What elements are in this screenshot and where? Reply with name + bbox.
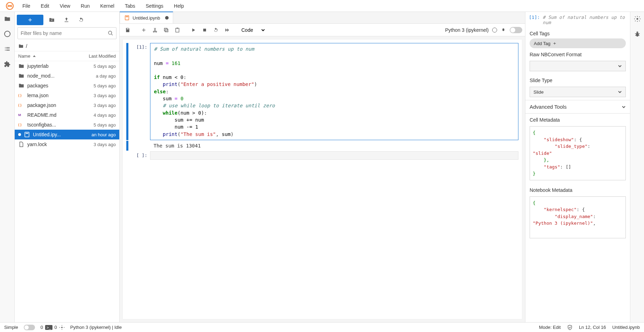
restart-button[interactable] [211, 25, 221, 35]
svg-point-18 [61, 327, 63, 328]
restart-run-all-button[interactable] [222, 25, 232, 35]
debugger-panel-icon[interactable] [634, 31, 641, 38]
raw-format-select[interactable] [530, 61, 626, 71]
property-inspector-icon[interactable] [634, 15, 641, 22]
tab-notebook[interactable]: Untitled.ipynb [120, 12, 173, 23]
run-button[interactable] [188, 25, 199, 35]
file-row-folder[interactable]: node_mod...a day ago [15, 71, 119, 81]
menu-tabs[interactable]: Tabs [120, 1, 140, 11]
menu-kernel[interactable]: Kernel [95, 1, 119, 11]
menu-run[interactable]: Run [76, 1, 95, 11]
slide-type-select[interactable]: Slide [530, 87, 626, 97]
svg-rect-6 [26, 133, 28, 134]
new-folder-icon[interactable] [49, 17, 55, 23]
file-row-file[interactable]: yarn.lock3 days ago [15, 139, 119, 149]
advanced-tools-header[interactable]: Advanced Tools [525, 100, 630, 114]
file-row-md[interactable]: MREADME.md4 days ago [15, 110, 119, 120]
breadcrumb[interactable]: / [15, 41, 119, 51]
file-row-folder[interactable]: jupyterlab5 days ago [15, 61, 119, 71]
menu-edit[interactable]: Edit [36, 1, 54, 11]
running-tab-icon[interactable] [4, 31, 10, 37]
file-row-json[interactable]: { }tsconfigbas...5 days ago [15, 120, 119, 130]
empty-code-cell[interactable]: [ ]: [126, 151, 518, 160]
dirty-indicator-icon [18, 133, 21, 136]
raw-format-label: Raw NBConvert Format [525, 48, 630, 59]
cell-type-select[interactable]: Code [238, 26, 266, 35]
json-icon: { } [18, 92, 24, 99]
kernel-sessions-icon [59, 325, 65, 330]
chevron-down-icon [622, 105, 626, 109]
render-side-toggle[interactable] [510, 27, 522, 33]
tab-bar: Untitled.ipynb [120, 12, 525, 24]
add-tag-button[interactable]: Add Tag＋ [530, 38, 626, 48]
tab-title: Untitled.ipynb [133, 15, 160, 21]
cursor-position[interactable]: Ln 12, Col 16 [579, 325, 606, 330]
file-row-notebook[interactable]: Untitled.ipy...an hour ago [15, 130, 119, 139]
svg-point-9 [153, 31, 154, 32]
notebook-icon [24, 131, 30, 138]
svg-rect-7 [125, 16, 129, 20]
status-bar: Simple 0>_0 Python 3 (ipykernel) | Idle … [0, 322, 644, 332]
file-filter[interactable] [17, 27, 116, 39]
interrupt-button[interactable] [199, 25, 210, 35]
out-prompt [130, 141, 150, 151]
cell-inspector: [1]: # Sum of natural numbers up to num … [525, 12, 630, 322]
kernel-name[interactable]: Python 3 (ipykernel) [445, 27, 489, 33]
breadcrumb-root: / [26, 43, 27, 49]
file-row-json[interactable]: { }package.json3 days ago [15, 100, 119, 110]
insert-cell-button[interactable] [139, 25, 149, 35]
notebook-icon [124, 15, 130, 21]
code-editor[interactable]: # Sum of natural numbers up to num num =… [150, 43, 518, 140]
jupyter-logo [6, 2, 14, 10]
menubar: File Edit View Run Kernel Tabs Settings … [0, 0, 644, 12]
paste-button[interactable] [172, 25, 183, 35]
save-button[interactable] [122, 25, 133, 35]
simple-toggle[interactable] [24, 325, 35, 330]
extensions-tab-icon[interactable] [4, 61, 11, 68]
debugger-icon[interactable] [501, 27, 506, 33]
svg-text:M: M [18, 113, 21, 117]
notebook-metadata-editor[interactable]: { "kernelspec": { "display_name": "Pytho… [530, 196, 626, 238]
svg-point-17 [636, 33, 638, 37]
kernel-status-icon[interactable] [492, 28, 497, 33]
svg-rect-15 [203, 29, 206, 31]
file-row-json[interactable]: { }lerna.json3 days ago [15, 91, 119, 100]
col-name[interactable]: Name [18, 53, 36, 59]
folder-icon [18, 63, 24, 69]
col-modified[interactable]: Last Modified [89, 53, 116, 59]
new-launcher-button[interactable] [17, 15, 43, 25]
terminals-status[interactable]: 0>_0 [41, 325, 65, 330]
file-row-folder[interactable]: packages5 days ago [15, 81, 119, 91]
notebook-body[interactable]: [1]: # Sum of natural numbers up to num … [122, 39, 522, 319]
menu-file[interactable]: File [17, 1, 35, 11]
folder-tab-icon[interactable] [4, 15, 11, 22]
cut-button[interactable] [150, 25, 160, 35]
trusted-icon[interactable] [567, 325, 573, 330]
cell-tags-label: Cell Tags [525, 27, 630, 38]
cell-metadata-editor[interactable]: { "slideshow": { "slide_type": "slide" }… [530, 126, 626, 180]
svg-point-16 [636, 18, 638, 20]
file-filter-input[interactable] [21, 30, 108, 36]
upload-icon[interactable] [63, 17, 70, 23]
terminal-icon: >_ [45, 325, 52, 330]
svg-rect-12 [164, 28, 167, 31]
file-path-status: Untitled.ipynb [612, 325, 640, 330]
svg-rect-14 [177, 28, 178, 29]
json-icon: { } [18, 122, 24, 128]
code-editor[interactable] [150, 151, 518, 160]
menu-view[interactable]: View [55, 1, 75, 11]
mode-status: Mode: Edit [539, 325, 561, 330]
kernel-status[interactable]: Python 3 (ipykernel) | Idle [70, 325, 122, 330]
svg-text:{ }: { } [18, 123, 22, 127]
sort-asc-icon [33, 55, 36, 58]
toc-tab-icon[interactable] [4, 45, 11, 52]
menu-help[interactable]: Help [169, 1, 189, 11]
in-prompt: [ ]: [130, 151, 150, 160]
right-activity-bar [630, 12, 644, 322]
in-prompt: [1]: [130, 43, 150, 140]
left-activity-bar [0, 12, 15, 322]
code-cell[interactable]: [1]: # Sum of natural numbers up to num … [126, 43, 518, 140]
refresh-icon[interactable] [78, 17, 84, 23]
menu-settings[interactable]: Settings [141, 1, 169, 11]
copy-button[interactable] [161, 25, 171, 35]
